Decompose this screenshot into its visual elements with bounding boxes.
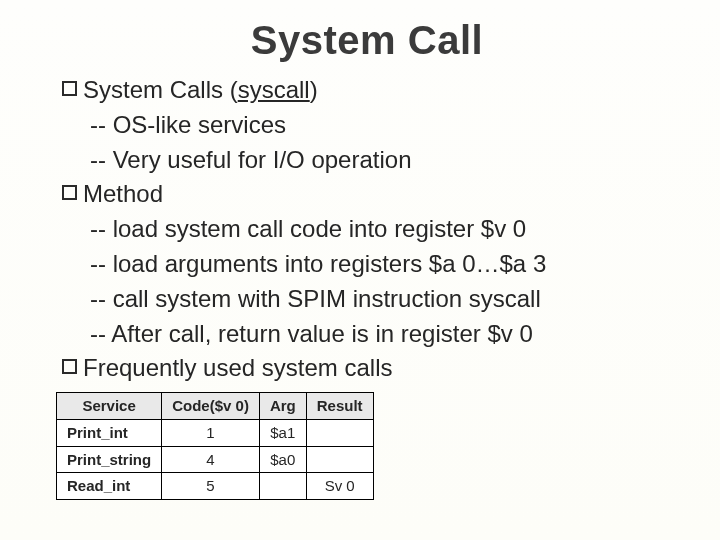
cell-arg: $a0: [259, 446, 306, 473]
square-bullet-icon: [62, 359, 77, 374]
cell-arg: $a1: [259, 419, 306, 446]
syscall-table: Service Code($v 0) Arg Result Print_int …: [56, 392, 374, 500]
table-header-row: Service Code($v 0) Arg Result: [57, 393, 374, 420]
slide: System Call System Calls (syscall) -- OS…: [0, 0, 720, 540]
sub-load-code: -- load system call code into register $…: [62, 212, 672, 247]
bullet-frequently-used: Frequently used system calls: [62, 351, 672, 386]
sub-load-args: -- load arguments into registers $a 0…$a…: [62, 247, 672, 282]
cell-code: 1: [162, 419, 260, 446]
bullet-system-calls: System Calls (syscall): [62, 73, 672, 108]
text-lead: System Calls (: [83, 76, 238, 103]
register-v0: $v 0: [481, 215, 526, 242]
register-v0: $v 0: [487, 320, 532, 347]
th-service: Service: [57, 393, 162, 420]
bullet-method: Method: [62, 177, 672, 212]
cell-result: [306, 419, 373, 446]
text-tail: ): [310, 76, 318, 103]
table-row: Print_int 1 $a1: [57, 419, 374, 446]
cell-arg: [259, 473, 306, 500]
cell-service: Print_string: [57, 446, 162, 473]
cell-service: Read_int: [57, 473, 162, 500]
cell-service: Print_int: [57, 419, 162, 446]
th-arg: Arg: [259, 393, 306, 420]
cell-code: 4: [162, 446, 260, 473]
cell-result: [306, 446, 373, 473]
sub-return-value: -- After call, return value is in regist…: [62, 317, 672, 352]
table-row: Print_string 4 $a0: [57, 446, 374, 473]
cell-result: Sv 0: [306, 473, 373, 500]
register-a0-a3: $a 0…$a 3: [429, 250, 546, 277]
syscall-link[interactable]: syscall: [238, 76, 310, 103]
cell-code: 5: [162, 473, 260, 500]
table-row: Read_int 5 Sv 0: [57, 473, 374, 500]
syscall-table-wrap: Service Code($v 0) Arg Result Print_int …: [56, 392, 672, 500]
square-bullet-icon: [62, 81, 77, 96]
slide-body: System Calls (syscall) -- OS-like servic…: [62, 73, 672, 500]
bullet-text: Method: [83, 177, 163, 212]
text: -- load system call code into register: [90, 215, 481, 242]
bullet-text: Frequently used system calls: [83, 351, 392, 386]
th-result: Result: [306, 393, 373, 420]
instruction-syscall: syscall: [469, 285, 541, 312]
sub-call-syscall: -- call system with SPIM instruction sys…: [62, 282, 672, 317]
th-code: Code($v 0): [162, 393, 260, 420]
text: -- After call, return value is in regist…: [90, 320, 487, 347]
slide-title: System Call: [62, 18, 672, 63]
square-bullet-icon: [62, 185, 77, 200]
sub-io-operation: -- Very useful for I/O operation: [62, 143, 672, 178]
bullet-text: System Calls (syscall): [83, 73, 318, 108]
text: -- call system with SPIM instruction: [90, 285, 469, 312]
sub-os-services: -- OS-like services: [62, 108, 672, 143]
text: -- load arguments into registers: [90, 250, 429, 277]
